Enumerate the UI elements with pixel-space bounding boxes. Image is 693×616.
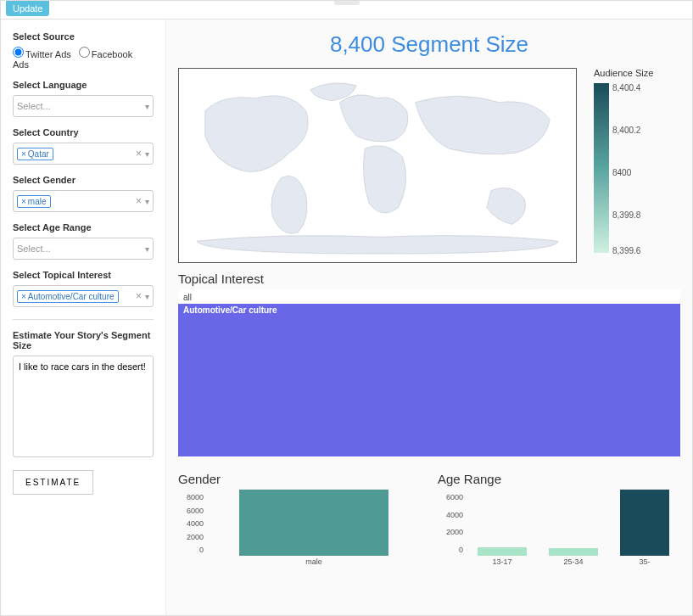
gender-tag[interactable]: ×male — [17, 195, 51, 208]
gender-chart-title: Gender — [178, 472, 421, 486]
age-chart[interactable]: 6000400020000 13-1725-3435- — [438, 490, 680, 566]
x-tick-label: 35- — [609, 557, 680, 566]
topical-bar[interactable]: Automotive/Car culture — [178, 304, 680, 456]
x-tick-label: 25-34 — [538, 557, 609, 566]
divider — [13, 319, 154, 320]
age-label: Select Age Range — [13, 222, 154, 232]
x-tick-label: male — [207, 557, 421, 566]
language-select[interactable]: Select... ▾ — [13, 95, 154, 117]
gender-label: Select Gender — [13, 175, 154, 185]
chevron-down-icon: ▾ — [145, 292, 149, 301]
source-twitter-radio[interactable]: Twitter Ads — [13, 49, 76, 59]
clear-icon[interactable]: × — [132, 290, 145, 302]
topbar: Update — [1, 1, 692, 20]
topic-label: Select Topical Interest — [13, 270, 154, 280]
y-tick-label: 0 — [459, 546, 463, 554]
y-tick-label: 8000 — [187, 493, 204, 501]
map-svg — [179, 69, 576, 262]
estimate-label: Estimate Your Story's Segment Size — [13, 330, 154, 350]
close-icon[interactable]: × — [21, 292, 26, 301]
bar[interactable] — [478, 547, 528, 556]
legend-tick: 8,400.4 — [612, 83, 640, 92]
source-twitter-label: Twitter Ads — [25, 49, 71, 59]
x-tick-label: 13-17 — [467, 557, 538, 566]
age-chart-title: Age Range — [438, 472, 680, 486]
legend-tick: 8400 — [612, 168, 631, 177]
topical-all-label: all — [178, 291, 680, 304]
y-tick-label: 2000 — [446, 528, 463, 536]
topic-select[interactable]: ×Automotive/Car culture × ▾ — [13, 285, 154, 307]
chevron-down-icon: ▾ — [145, 197, 149, 206]
y-tick-label: 4000 — [187, 519, 204, 528]
topic-tag-label: Automotive/Car culture — [28, 292, 115, 301]
bar[interactable] — [549, 548, 599, 556]
clear-icon[interactable]: × — [132, 148, 145, 160]
legend-tick: 8,399.6 — [612, 246, 640, 255]
bar[interactable] — [239, 490, 388, 556]
language-placeholder: Select... — [17, 101, 145, 111]
close-icon[interactable]: × — [21, 149, 26, 159]
topical-interest-title: Topical Interest — [178, 272, 680, 286]
age-select[interactable]: Select... ▾ — [13, 238, 154, 260]
gender-select[interactable]: ×male × ▾ — [13, 190, 154, 212]
language-label: Select Language — [13, 80, 154, 90]
topical-interest-chart[interactable]: all Automotive/Car culture — [178, 289, 680, 458]
clear-icon[interactable]: × — [132, 195, 145, 207]
legend-colorbar: 8,400.4 8,400.2 8400 8,399.8 8,399.6 — [594, 83, 609, 253]
legend-tick: 8,400.2 — [612, 126, 640, 135]
y-tick-label: 2000 — [187, 533, 204, 541]
country-select[interactable]: ×Qatar × ▾ — [13, 143, 154, 165]
topic-tag[interactable]: ×Automotive/Car culture — [17, 290, 119, 303]
chevron-down-icon: ▾ — [145, 244, 149, 254]
story-textarea[interactable] — [13, 356, 154, 457]
country-label: Select Country — [13, 127, 154, 137]
topical-bar-label: Automotive/Car culture — [183, 305, 277, 315]
y-tick-label: 6000 — [187, 507, 204, 515]
gender-y-axis: 80006000400020000 — [178, 490, 207, 566]
segment-size-title: 8,400 Segment Size — [178, 31, 680, 58]
content-area: 8,400 Segment Size — [166, 20, 692, 615]
chevron-down-icon: ▾ — [145, 102, 149, 111]
source-label: Select Source — [13, 31, 154, 42]
update-button[interactable]: Update — [6, 1, 49, 16]
gender-x-axis: male — [207, 557, 421, 566]
bar[interactable] — [620, 490, 670, 556]
sidebar: Select Source Twitter Ads Facebook Ads S… — [1, 20, 166, 615]
legend-title: Audience Size — [594, 68, 653, 78]
country-tag[interactable]: ×Qatar — [17, 148, 53, 160]
world-map-chart[interactable] — [178, 68, 577, 263]
y-tick-label: 4000 — [446, 511, 463, 519]
gender-tag-label: male — [28, 197, 47, 206]
gender-chart[interactable]: 80006000400020000 male — [178, 490, 421, 566]
y-tick-label: 0 — [199, 546, 204, 554]
legend-tick: 8,399.8 — [612, 210, 640, 220]
age-x-axis: 13-1725-3435- — [467, 557, 680, 566]
y-tick-label: 6000 — [446, 493, 463, 501]
age-y-axis: 6000400020000 — [438, 490, 467, 566]
age-placeholder: Select... — [17, 244, 145, 254]
estimate-button[interactable]: ESTIMATE — [13, 470, 93, 495]
close-icon[interactable]: × — [21, 197, 26, 206]
map-legend: Audience Size 8,400.4 8,400.2 8400 8,399… — [594, 68, 653, 263]
country-tag-label: Qatar — [28, 149, 49, 159]
chevron-down-icon: ▾ — [145, 149, 149, 159]
